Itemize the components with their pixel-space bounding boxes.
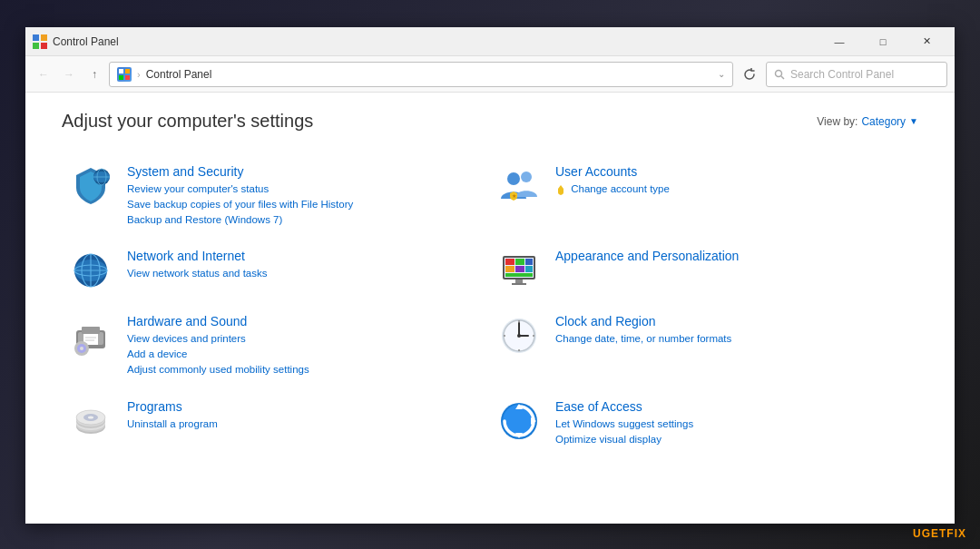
- clock-region-text: Clock and Region Change date, time, or n…: [555, 314, 911, 346]
- network-internet-title[interactable]: Network and Internet: [127, 249, 483, 263]
- view-by: View by: Category ▼: [817, 115, 918, 128]
- category-programs[interactable]: Programs Uninstall a program: [62, 388, 490, 457]
- user-accounts-title[interactable]: User Accounts: [555, 164, 911, 179]
- hardware-sound-link-2[interactable]: Add a device: [127, 347, 483, 361]
- ease-of-access-links: Let Windows suggest settings Optimize vi…: [555, 417, 911, 446]
- svg-text:★: ★: [512, 193, 516, 199]
- search-field[interactable]: Search Control Panel: [766, 62, 947, 87]
- svg-point-62: [503, 405, 535, 437]
- system-security-links: Review your computer's status Save backu…: [127, 181, 483, 227]
- address-dropdown-icon[interactable]: ⌄: [718, 69, 725, 79]
- svg-rect-26: [515, 259, 524, 265]
- appearance-icon: [497, 249, 541, 292]
- page-header: Adjust your computer's settings View by:…: [62, 111, 918, 132]
- svg-rect-36: [82, 327, 100, 334]
- address-separator: ›: [137, 69, 141, 80]
- network-internet-links: View network status and tasks: [127, 266, 483, 280]
- category-ease-of-access[interactable]: Ease of Access Let Windows suggest setti…: [490, 388, 918, 457]
- network-internet-text: Network and Internet View network status…: [127, 249, 483, 280]
- svg-point-8: [776, 70, 782, 76]
- svg-rect-6: [119, 75, 123, 80]
- window-icon: [33, 34, 47, 49]
- svg-rect-0: [33, 34, 39, 41]
- svg-rect-3: [41, 43, 47, 49]
- svg-rect-28: [505, 266, 514, 272]
- programs-link-1[interactable]: Uninstall a program: [127, 417, 483, 431]
- programs-links: Uninstall a program: [127, 417, 483, 431]
- system-security-link-2[interactable]: Save backup copies of your files with Fi…: [127, 197, 483, 211]
- watermark-suffix: FIX: [946, 527, 966, 540]
- network-internet-icon: [69, 249, 113, 292]
- hardware-sound-text: Hardware and Sound View devices and prin…: [127, 314, 483, 377]
- category-system-security[interactable]: System and Security Review your computer…: [62, 153, 490, 238]
- category-hardware-sound[interactable]: Hardware and Sound View devices and prin…: [62, 303, 490, 387]
- svg-rect-27: [525, 259, 533, 265]
- address-field[interactable]: › Control Panel ⌄: [109, 62, 733, 87]
- watermark-prefix: UG: [913, 527, 931, 540]
- svg-rect-25: [505, 259, 514, 265]
- user-accounts-icon: ★: [497, 164, 541, 208]
- clock-region-icon: [497, 314, 541, 358]
- user-accounts-links: Change account type: [555, 181, 911, 196]
- svg-line-9: [781, 76, 784, 79]
- maximize-button[interactable]: □: [862, 28, 904, 55]
- watermark: UGETFIX: [913, 527, 966, 540]
- clock-region-link-1[interactable]: Change date, time, or number formats: [555, 331, 911, 346]
- system-security-link-3[interactable]: Backup and Restore (Windows 7): [127, 212, 483, 227]
- ease-of-access-icon: [497, 399, 541, 443]
- search-placeholder: Search Control Panel: [790, 68, 894, 81]
- svg-rect-2: [33, 43, 39, 49]
- ease-of-access-link-1[interactable]: Let Windows suggest settings: [555, 417, 911, 431]
- hardware-sound-icon: [69, 314, 113, 358]
- hardware-sound-link-1[interactable]: View devices and printers: [127, 331, 483, 346]
- window-controls: — □ ✕: [818, 28, 947, 55]
- up-button[interactable]: ↑: [83, 64, 105, 85]
- hardware-sound-links: View devices and printers Add a device A…: [127, 331, 483, 377]
- ease-of-access-title[interactable]: Ease of Access: [555, 399, 911, 414]
- svg-rect-33: [512, 283, 526, 285]
- window-title: Control Panel: [53, 35, 818, 48]
- svg-rect-4: [119, 69, 123, 74]
- clock-region-links: Change date, time, or number formats: [555, 331, 911, 346]
- content-area: Adjust your computer's settings View by:…: [25, 93, 955, 524]
- view-by-dropdown-icon[interactable]: ▼: [909, 116, 918, 126]
- user-accounts-link-1[interactable]: Change account type: [555, 181, 911, 196]
- close-button[interactable]: ✕: [906, 28, 947, 55]
- category-appearance[interactable]: Appearance and Personalization: [490, 238, 918, 303]
- programs-title[interactable]: Programs: [127, 399, 483, 414]
- address-icon: [117, 67, 132, 82]
- title-bar: Control Panel — □ ✕: [25, 27, 955, 56]
- ease-of-access-link-2[interactable]: Optimize visual display: [555, 432, 911, 446]
- appearance-title[interactable]: Appearance and Personalization: [555, 249, 911, 263]
- system-security-text: System and Security Review your computer…: [127, 164, 483, 227]
- svg-rect-30: [525, 266, 533, 272]
- view-by-value[interactable]: Category: [861, 115, 906, 128]
- svg-rect-7: [125, 75, 130, 80]
- refresh-button[interactable]: [737, 62, 762, 87]
- category-network-internet[interactable]: Network and Internet View network status…: [62, 238, 490, 303]
- control-panel-window: Control Panel — □ ✕ ← → ↑ › Control Pane…: [25, 27, 955, 524]
- categories-grid: System and Security Review your computer…: [62, 153, 918, 457]
- hardware-sound-link-3[interactable]: Adjust commonly used mobility settings: [127, 362, 483, 377]
- system-security-link-1[interactable]: Review your computer's status: [127, 181, 483, 196]
- svg-point-48: [517, 334, 521, 338]
- system-security-title[interactable]: System and Security: [127, 164, 483, 179]
- forward-button[interactable]: →: [58, 64, 80, 85]
- user-accounts-text: User Accounts Change account type: [555, 164, 911, 196]
- svg-rect-31: [505, 273, 533, 277]
- clock-region-title[interactable]: Clock and Region: [555, 314, 911, 328]
- category-clock-region[interactable]: Clock and Region Change date, time, or n…: [490, 303, 918, 387]
- system-security-icon: [69, 164, 113, 208]
- programs-text: Programs Uninstall a program: [127, 399, 483, 431]
- hardware-sound-title[interactable]: Hardware and Sound: [127, 314, 483, 328]
- back-button[interactable]: ←: [33, 64, 54, 85]
- network-internet-link-1[interactable]: View network status and tasks: [127, 266, 483, 280]
- view-by-label: View by:: [817, 115, 858, 128]
- svg-rect-1: [41, 34, 47, 41]
- page-title: Adjust your computer's settings: [62, 111, 313, 132]
- ease-of-access-text: Ease of Access Let Windows suggest setti…: [555, 399, 911, 446]
- category-user-accounts[interactable]: ★ User Accounts Change account type: [490, 153, 918, 238]
- svg-rect-5: [125, 69, 130, 74]
- minimize-button[interactable]: —: [818, 28, 860, 55]
- programs-icon: [69, 399, 113, 443]
